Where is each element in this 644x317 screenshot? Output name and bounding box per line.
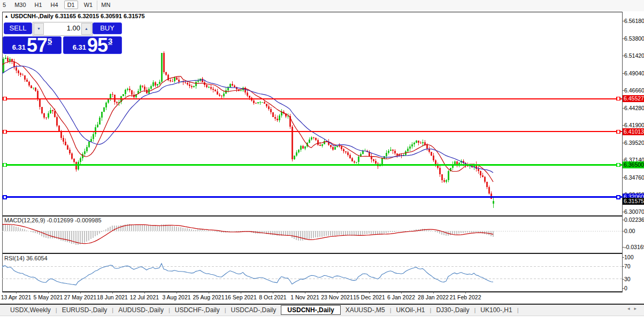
price-tick: 6.39520	[624, 140, 644, 146]
rsi-value: 36.6054	[26, 255, 48, 261]
ohlc-close: 6.31575	[124, 13, 145, 19]
ohlc-low: 6.30591	[101, 13, 122, 19]
tab-usdcnh-daily[interactable]: USDCNH-,Daily	[281, 305, 340, 315]
macd-label: MACD(12,26,9) -0.012699 -0.009985	[4, 217, 102, 223]
tab-scroll-arrows: ◂▸	[627, 306, 641, 311]
rsi-label: RSI(14) 36.6054	[4, 255, 48, 261]
buy-price-big: 95	[87, 38, 108, 52]
toolbar-separator	[97, 1, 97, 10]
date-tick-mark	[177, 292, 177, 293]
tab-uk100-h1[interactable]: UK100-,H1	[476, 305, 517, 315]
chart-bottom-border	[2, 291, 623, 292]
date-tick-mark	[433, 292, 434, 293]
price-axis-border	[622, 12, 623, 292]
date-tick-mark	[16, 292, 17, 293]
price-tick: 6.44280	[624, 105, 644, 111]
chart-title: ▲USDCNH-,Daily 6.31165 6.32015 6.30591 6…	[4, 13, 145, 19]
price-tick: 6.53800	[624, 35, 644, 42]
timeframe-button-h4[interactable]: H4	[48, 1, 61, 9]
timeframe-button-5[interactable]: 5	[0, 1, 9, 9]
price-tick: 6.51420	[624, 52, 644, 59]
timeframe-button-w1[interactable]: W1	[81, 1, 96, 9]
tab-usdcad-daily[interactable]: USDCAD-,Daily	[226, 305, 281, 315]
ohlc-open: 6.31165	[55, 13, 76, 19]
date-tick: 21 Feb 2022	[447, 294, 484, 300]
volume-input[interactable]: 1.00	[67, 24, 80, 32]
one-click-trading-panel: SELL ▼ 1.00 ▲ BUY 6.31 57 5 6.31 95 3	[3, 22, 122, 54]
date-tick-mark	[465, 292, 466, 293]
rsi-tick: 0	[624, 285, 627, 291]
date-tick-mark	[241, 292, 241, 293]
ohlc-high: 6.32015	[78, 13, 99, 19]
macd-tick: 0.02236	[624, 217, 644, 223]
date-tick-mark	[144, 292, 145, 293]
sell-price-big: 57	[27, 38, 47, 52]
sell-button[interactable]: SELL	[4, 22, 32, 34]
rsi-panel-canvas[interactable]	[2, 254, 622, 291]
price-tick: 6.41900	[624, 122, 644, 128]
buy-price[interactable]: 6.31 95 3	[63, 36, 122, 54]
sell-price[interactable]: 6.31 57 5	[3, 36, 62, 54]
tab-divider: |	[517, 307, 519, 313]
date-tick-mark	[369, 292, 370, 293]
tab-usdx-weekly[interactable]: USDX,Weekly	[5, 305, 56, 315]
buy-button[interactable]: BUY	[93, 22, 122, 34]
rsi-tick: 30	[624, 276, 631, 282]
timeframe-button-h1[interactable]: H1	[32, 1, 45, 9]
current-price-badge: 6.31575	[623, 198, 644, 205]
price-tick: 6.46660	[624, 87, 644, 94]
sell-price-sup: 5	[48, 38, 52, 45]
date-tick-mark	[337, 292, 338, 293]
buy-price-sup: 3	[108, 38, 112, 45]
date-tick-mark	[305, 292, 305, 293]
symbol-period-label: USDCNH-,Daily	[11, 13, 53, 19]
tab-audusd-daily[interactable]: AUDUSD-,Daily	[113, 305, 168, 315]
price-tick: 6.30070	[624, 208, 644, 215]
level-price-badge: 6.45527	[623, 95, 644, 102]
tab-usdchf-daily[interactable]: USDCHF-,Daily	[170, 305, 225, 315]
tab-eurusd-daily[interactable]: EURUSD-,Daily	[57, 305, 112, 315]
rsi-tick: 70	[624, 263, 631, 269]
buy-price-prefix: 6.31	[73, 43, 86, 51]
trade-panel-toggle-icon[interactable]: ▲	[4, 14, 9, 19]
macd-tick: -0.03169	[624, 244, 644, 250]
tab-ukoil-h1[interactable]: UKOil-,H1	[392, 305, 430, 315]
date-tick-mark	[112, 292, 113, 293]
date-tick-mark	[209, 292, 209, 293]
tab-xauusd-m5[interactable]: XAUUSD-,M5	[341, 305, 390, 315]
timeframe-button-m30[interactable]: M30	[12, 1, 28, 9]
macd-value-main: -0.012699	[47, 217, 73, 223]
level-price-badge: 6.41013	[623, 128, 644, 135]
symbol-tab-bar: USDX,Weekly|EURUSD-,Daily|AUDUSD-,Daily|…	[0, 304, 644, 315]
sell-price-prefix: 6.31	[12, 43, 26, 51]
rsi-tick: 100	[624, 254, 634, 260]
date-tick-mark	[401, 292, 402, 293]
tab-scroll-right-icon[interactable]: ▸	[634, 306, 641, 311]
timeframe-button-d1[interactable]: D1	[64, 1, 78, 9]
tab-dj30-daily[interactable]: DJ30-,Daily	[431, 305, 474, 315]
macd-value-signal: -0.009985	[75, 217, 102, 223]
level-price-badge: 6.36500	[623, 161, 644, 168]
tab-scroll-left-icon[interactable]: ◂	[627, 306, 634, 311]
date-tick-mark	[48, 292, 49, 293]
price-tick: 6.56180	[624, 18, 644, 24]
volume-increase-button[interactable]: ▲	[81, 23, 91, 35]
volume-decrease-button[interactable]: ▼	[34, 23, 44, 35]
price-tick: 6.49040	[624, 70, 644, 76]
price-tick: 6.34760	[624, 174, 644, 181]
macd-tick: 0.00	[624, 228, 635, 234]
date-tick-mark	[80, 292, 81, 293]
date-tick-mark	[273, 292, 273, 293]
timeframe-button-mn[interactable]: MN	[98, 1, 113, 9]
